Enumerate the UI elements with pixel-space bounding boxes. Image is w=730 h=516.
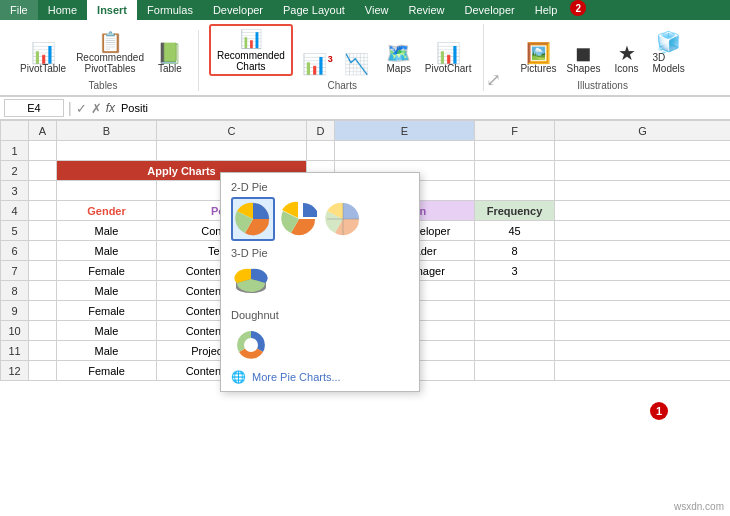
cell-b3[interactable] (57, 181, 157, 201)
tab-developer2[interactable]: Developer (455, 0, 525, 20)
cell-b10[interactable]: Male (57, 321, 157, 341)
cell-d1[interactable] (307, 141, 335, 161)
cell-f1[interactable] (475, 141, 555, 161)
cell-b8[interactable]: Male (57, 281, 157, 301)
pie-2d-3-item[interactable] (323, 197, 363, 241)
cell-g7[interactable] (555, 261, 731, 281)
pie-2d-1-item[interactable] (231, 197, 275, 241)
col-header-e[interactable]: E (335, 121, 475, 141)
cell-b11[interactable]: Male (57, 341, 157, 361)
icons-label: Icons (615, 63, 639, 74)
cell-a2[interactable] (29, 161, 57, 181)
cell-g10[interactable] (555, 321, 731, 341)
recommended-charts-button[interactable]: 📊 RecommendedCharts (209, 24, 293, 76)
doughnut-items (221, 323, 419, 367)
more-pie-charts-link[interactable]: 🌐 More Pie Charts... (221, 367, 419, 387)
cell-c1[interactable] (157, 141, 307, 161)
cell-a1[interactable] (29, 141, 57, 161)
cell-f8[interactable] (475, 281, 555, 301)
3d-models-button[interactable]: 🧊 3DModels (649, 30, 689, 76)
pie-2d-3-icon (325, 201, 361, 237)
cell-g4[interactable] (555, 201, 731, 221)
bar-chart-button[interactable]: 📊 3 (295, 52, 335, 76)
cell-b6[interactable]: Male (57, 241, 157, 261)
cell-f11[interactable] (475, 341, 555, 361)
formula-input[interactable] (119, 100, 726, 116)
line-chart-button[interactable]: 📉 (337, 52, 377, 76)
col-header-g[interactable]: G (555, 121, 731, 141)
cell-f5[interactable]: 45 (475, 221, 555, 241)
pie-2d-2-item[interactable] (279, 197, 319, 241)
cell-g2[interactable] (555, 161, 731, 181)
cell-f2[interactable] (475, 161, 555, 181)
cell-g3[interactable] (555, 181, 731, 201)
tab-page-layout[interactable]: Page Layout (273, 0, 355, 20)
cell-f12[interactable] (475, 361, 555, 381)
pivot-table-icon: 📊 (31, 43, 56, 63)
cell-g6[interactable] (555, 241, 731, 261)
cell-b5[interactable]: Male (57, 221, 157, 241)
cell-a5[interactable] (29, 221, 57, 241)
pie-chart-dropdown: 2-D Pie (220, 172, 420, 392)
3d-models-label: 3DModels (653, 52, 685, 74)
name-box[interactable] (4, 99, 64, 117)
tab-formulas[interactable]: Formulas (137, 0, 203, 20)
3d-pie-items (221, 261, 419, 305)
cell-a4[interactable] (29, 201, 57, 221)
tab-developer[interactable]: Developer (203, 0, 273, 20)
cell-f9[interactable] (475, 301, 555, 321)
tab-view[interactable]: View (355, 0, 399, 20)
cell-a11[interactable] (29, 341, 57, 361)
more-pie-charts-label: More Pie Charts... (252, 371, 341, 383)
cell-f3[interactable] (475, 181, 555, 201)
table-button[interactable]: 📗 Table (150, 41, 190, 76)
cell-a12[interactable] (29, 361, 57, 381)
col-header-f[interactable]: F (475, 121, 555, 141)
col-header-b[interactable]: B (57, 121, 157, 141)
cell-g9[interactable] (555, 301, 731, 321)
pivot-chart-button[interactable]: 📊 PivotChart (421, 41, 476, 76)
cell-f10[interactable] (475, 321, 555, 341)
shapes-button[interactable]: ◼ Shapes (563, 41, 605, 76)
cell-b12[interactable]: Female (57, 361, 157, 381)
sparklines-spacer: ⤢ (486, 69, 506, 91)
cell-a10[interactable] (29, 321, 57, 341)
tab-insert[interactable]: Insert (87, 0, 137, 20)
pictures-button[interactable]: 🖼️ Pictures (516, 41, 560, 76)
recommended-pivot-tables-button[interactable]: 📋 RecommendedPivotTables (72, 30, 148, 76)
cell-e1[interactable] (335, 141, 475, 161)
fx-label: fx (106, 101, 115, 115)
cell-b4-gender[interactable]: Gender (57, 201, 157, 221)
cell-a6[interactable] (29, 241, 57, 261)
cell-b1[interactable] (57, 141, 157, 161)
cell-g5[interactable] (555, 221, 731, 241)
donut-1-item[interactable] (231, 325, 271, 365)
tab-review[interactable]: Review (398, 0, 454, 20)
col-header-d[interactable]: D (307, 121, 335, 141)
cell-b9[interactable]: Female (57, 301, 157, 321)
cell-g12[interactable] (555, 361, 731, 381)
cell-f7[interactable]: 3 (475, 261, 555, 281)
cell-a8[interactable] (29, 281, 57, 301)
col-header-c[interactable]: C (157, 121, 307, 141)
cell-g11[interactable] (555, 341, 731, 361)
cell-b7[interactable]: Female (57, 261, 157, 281)
pivot-table-button[interactable]: 📊 PivotTable (16, 41, 70, 76)
pie-2d-2-icon (281, 201, 317, 237)
cell-a3[interactable] (29, 181, 57, 201)
cell-a7[interactable] (29, 261, 57, 281)
icons-button[interactable]: ★ Icons (607, 41, 647, 76)
tab-help[interactable]: Help (525, 0, 568, 20)
recommended-charts-label: RecommendedCharts (217, 50, 285, 72)
cell-g1[interactable] (555, 141, 731, 161)
col-header-a[interactable]: A (29, 121, 57, 141)
cell-f4-frequency[interactable]: Frequency (475, 201, 555, 221)
cell-f6[interactable]: 8 (475, 241, 555, 261)
group-charts: 📊 RecommendedCharts 📊 3 📉 🗺️ Maps 📊 Pivo… (201, 24, 485, 91)
cell-g8[interactable] (555, 281, 731, 301)
pie-3d-1-item[interactable] (231, 263, 271, 303)
cell-a9[interactable] (29, 301, 57, 321)
tab-home[interactable]: Home (38, 0, 87, 20)
tab-file[interactable]: File (0, 0, 38, 20)
maps-button[interactable]: 🗺️ Maps (379, 41, 419, 76)
